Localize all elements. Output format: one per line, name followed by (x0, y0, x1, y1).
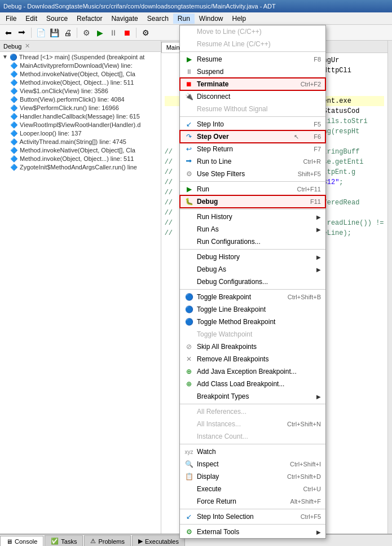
debug-thread-list[interactable]: ▼ 🔵 Thread [<1> main] (Suspended (breakp… (0, 52, 161, 534)
class-bp-label: Add Class Load Breakpoint... (197, 380, 321, 388)
tab-executables-label: Executables (145, 538, 179, 545)
menu-help[interactable]: Help (228, 14, 251, 24)
menu-toggle-line-breakpoint[interactable]: 🔵 Toggle Line Breakpoint (180, 303, 325, 316)
sep4 (180, 209, 325, 209)
menu-source[interactable]: Source (42, 14, 72, 24)
menu-run-as[interactable]: Run As ▶ (180, 223, 325, 235)
menu-debug[interactable]: 🐛 Debug F11 (180, 195, 325, 208)
menu-debug-history[interactable]: Debug History ▶ (180, 251, 325, 263)
tab-tasks[interactable]: ✅ Tasks (45, 535, 83, 546)
menu-run-configurations[interactable]: Run Configurations... (180, 235, 325, 248)
console-icon: 🖥 (6, 538, 12, 545)
toolbar-print[interactable]: 🖨 (61, 27, 74, 39)
stack-frame-9[interactable]: 🔷 ActivityThread.main(String[]) line: 47… (1, 138, 160, 146)
stack-frame-4[interactable]: 🔷 Button(View).performClick() line: 4084 (1, 95, 160, 104)
toolbar-sep2 (77, 28, 77, 38)
toolbar-stop[interactable]: ⏹ (121, 27, 133, 39)
menu-run[interactable]: ▶ Run Ctrl+F11 (180, 183, 325, 195)
menu-toggle-method-breakpoint[interactable]: 🔵 Toggle Method Breakpoint (180, 316, 325, 328)
tasks-icon: ✅ (51, 538, 59, 545)
menu-add-java-exception-bp[interactable]: ⊕ Add Java Exception Breakpoint... (180, 365, 325, 378)
menu-watch[interactable]: xyz Watch (180, 445, 325, 458)
remove-bp-icon: ✕ (184, 355, 193, 364)
stack-frame-12[interactable]: 🔷 ZygoteInit$MethodAndArgsCaller.run() l… (1, 163, 160, 172)
tab-executables[interactable]: ▶ Executables (132, 535, 185, 546)
stack-frame-10[interactable]: 🔷 Method.invokeNative(Object, Object[], … (1, 146, 160, 155)
stack-frame-1[interactable]: 🔷 Method.invokeNative(Object, Object[], … (1, 70, 160, 78)
menu-breakpoint-types[interactable]: Breakpoint Types ▶ (180, 390, 325, 403)
tab-tasks-label: Tasks (61, 538, 77, 545)
menu-add-class-load-bp[interactable]: ⊕ Add Class Load Breakpoint... (180, 378, 325, 390)
inspect-icon: 🔍 (184, 460, 193, 469)
menu-search[interactable]: Search (143, 14, 173, 24)
toolbar-pause[interactable]: ⏸ (107, 27, 120, 39)
menu-all-instances[interactable]: All Instances... Ctrl+Shift+N (180, 418, 325, 430)
stack-frame-3[interactable]: 🔷 View$1.onClick(View) line: 3586 (1, 87, 160, 95)
all-instances-label: All Instances... (197, 420, 272, 428)
toggle-line-bp-label: Toggle Line Breakpoint (197, 305, 321, 313)
problems-icon: ⚠ (90, 538, 96, 545)
menu-force-return[interactable]: Force Return Alt+Shift+F (180, 495, 325, 508)
toolbar-new[interactable]: 📄 (34, 27, 47, 39)
debug-configurations-icon (184, 277, 193, 286)
menu-use-step-filters[interactable]: ⚙ Use Step Filters Shift+F5 (180, 168, 325, 180)
toolbar-back[interactable]: ⬅ (2, 27, 15, 39)
menu-terminate[interactable]: ⏹ Terminate Ctrl+F2 (180, 78, 325, 90)
stack-frame-7[interactable]: 🔷 ViewRootImpl$ViewRootHandler(Handler).… (1, 121, 160, 129)
menu-instance-count[interactable]: Instance Count... (180, 430, 325, 443)
external-tools-label: External Tools (197, 528, 313, 536)
menu-step-return[interactable]: ↩ Step Return F7 (180, 143, 325, 155)
menu-resume[interactable]: ▶ Resume F8 (180, 53, 325, 65)
menu-suspend[interactable]: ⏸ Suspend (180, 65, 325, 78)
toolbar-run-green[interactable]: ▶ (94, 27, 106, 39)
toggle-watchpoint-icon (184, 330, 193, 339)
menu-file[interactable]: File (1, 14, 21, 24)
menu-disconnect[interactable]: 🔌 Disconnect (180, 90, 325, 103)
menu-skip-all-breakpoints[interactable]: ⊘ Skip All Breakpoints (180, 340, 325, 353)
menu-run-to-line[interactable]: ⮕ Run to Line Ctrl+R (180, 155, 325, 168)
menu-resume-without-signal[interactable]: Resume Without Signal (180, 103, 325, 115)
menu-inspect[interactable]: 🔍 Inspect Ctrl+Shift+I (180, 458, 325, 470)
menu-toggle-watchpoint[interactable]: Toggle Watchpoint (180, 328, 325, 340)
menu-edit[interactable]: Edit (21, 14, 42, 24)
stack-frame-8[interactable]: 🔷 Looper.loop() line: 137 (1, 129, 160, 138)
menu-step-into-selection[interactable]: ↙ Step Into Selection Ctrl+F5 (180, 510, 325, 523)
resume-at-line-label: Resume At Line (C/C++) (197, 40, 321, 48)
toolbar-save[interactable]: 💾 (48, 27, 60, 39)
toolbar-debug-launch[interactable]: ⚙ (80, 27, 93, 39)
menu-navigate[interactable]: Navigate (107, 14, 142, 24)
menu-display[interactable]: 📋 Display Ctrl+Shift+D (180, 470, 325, 483)
menu-step-over[interactable]: ↷ Step Over ↖ F6 (180, 130, 325, 143)
external-tools-arrow: ▶ (316, 529, 321, 535)
menu-window[interactable]: Window (195, 14, 228, 24)
toggle-line-bp-icon: 🔵 (184, 305, 193, 314)
menu-debug-as[interactable]: Debug As ▶ (180, 263, 325, 276)
toggle-breakpoint-shortcut: Ctrl+Shift+B (288, 294, 321, 300)
toggle-watchpoint-label: Toggle Watchpoint (197, 330, 321, 338)
toolbar-fwd[interactable]: ⮕ (16, 27, 28, 39)
menu-refactor[interactable]: Refactor (72, 14, 107, 24)
stack-frame-2[interactable]: 🔷 Method.invoke(Object, Object...) line:… (1, 78, 160, 87)
menu-remove-all-breakpoints[interactable]: ✕ Remove All Breakpoints (180, 353, 325, 365)
menu-step-into[interactable]: ↙ Step Into F5 (180, 118, 325, 130)
step-return-label: Step Return (197, 145, 299, 153)
menu-resume-at-line[interactable]: Resume At Line (C/C++) (180, 38, 325, 50)
menu-external-tools[interactable]: ⚙ External Tools ▶ (180, 526, 325, 538)
menu-run-history[interactable]: Run History ▶ (180, 211, 325, 223)
menu-execute[interactable]: Execute Ctrl+U (180, 483, 325, 495)
toolbar-settings[interactable]: ⚙ (139, 27, 152, 39)
stack-frame-0[interactable]: 🔷 MainActivitypreformDownload(View) line… (1, 62, 160, 70)
menu-move-to-line[interactable]: Move to Line (C/C++) (180, 25, 325, 38)
use-step-filters-icon: ⚙ (184, 169, 193, 178)
tab-problems[interactable]: ⚠ Problems (84, 535, 130, 546)
tab-console[interactable]: 🖥 Console (0, 536, 43, 546)
menu-debug-configurations[interactable]: Debug Configurations... (180, 276, 325, 288)
stack-frame-5[interactable]: 🔷 View$PerformClick.run() line: 16966 (1, 104, 160, 112)
executables-icon: ▶ (138, 538, 143, 545)
menu-toggle-breakpoint[interactable]: 🔵 Toggle Breakpoint Ctrl+Shift+B (180, 291, 325, 303)
stack-frame-6[interactable]: 🔷 Handler.handleCallback(Message) line: … (1, 112, 160, 121)
menu-all-references[interactable]: All References... (180, 405, 325, 418)
menu-run[interactable]: Run (173, 14, 195, 24)
stack-frame-11[interactable]: 🔷 Method.invoke(Object, Object...) line:… (1, 155, 160, 163)
debug-history-arrow: ▶ (316, 254, 321, 260)
